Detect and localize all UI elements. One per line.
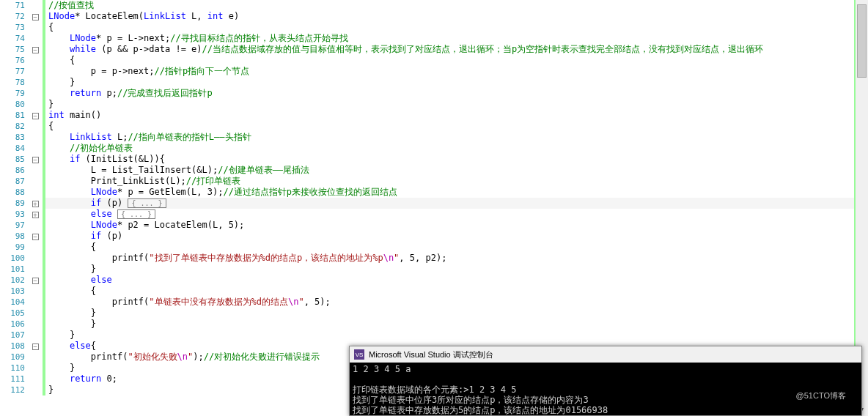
fold-cell xyxy=(28,363,43,374)
line-number: 72 xyxy=(0,11,25,22)
fold-toggle-icon[interactable]: − xyxy=(32,343,39,350)
fold-cell xyxy=(28,385,43,395)
line-number: 99 xyxy=(0,242,25,253)
fold-cell: − xyxy=(28,275,43,286)
code-line[interactable]: { xyxy=(45,22,868,33)
fold-cell xyxy=(28,132,43,143)
scrollbar-thumb[interactable] xyxy=(857,4,867,78)
fold-cell xyxy=(28,143,43,154)
line-number: 88 xyxy=(0,187,25,198)
code-line[interactable]: } xyxy=(45,330,868,341)
code-line[interactable]: if (p) xyxy=(45,231,868,242)
line-number: 108 xyxy=(0,341,25,352)
fold-cell xyxy=(28,264,43,275)
fold-cell xyxy=(28,66,43,77)
fold-cell: + xyxy=(28,198,43,209)
code-line[interactable]: { xyxy=(45,242,868,253)
fold-toggle-icon[interactable]: + xyxy=(32,201,39,207)
line-number: 107 xyxy=(0,330,25,341)
fold-toggle-icon[interactable]: − xyxy=(32,14,39,21)
code-line[interactable]: if (p) { ... } xyxy=(45,198,868,209)
fold-cell xyxy=(28,99,43,110)
line-number: 73 xyxy=(0,22,25,33)
fold-cell xyxy=(28,319,43,330)
code-line[interactable]: else { ... } xyxy=(45,209,868,220)
fold-cell xyxy=(28,165,43,176)
console-output: 1 2 3 4 5 a 打印链表数据域的各个元素:>1 2 3 4 5 找到了单… xyxy=(350,363,861,416)
line-number: 109 xyxy=(0,352,25,363)
code-line[interactable]: printf("单链表中没有存放数据为%d的结点\n", 5); xyxy=(45,297,868,308)
line-number: 74 xyxy=(0,33,25,44)
line-number: 102 xyxy=(0,275,25,286)
fold-cell xyxy=(28,77,43,88)
code-line[interactable]: LinkList L;//指向单链表的指针L——头指针 xyxy=(45,132,868,143)
fold-cell: − xyxy=(28,110,43,121)
line-number: 71 xyxy=(0,0,25,11)
fold-cell: − xyxy=(28,11,43,22)
fold-cell: − xyxy=(28,44,43,55)
line-number: 112 xyxy=(0,385,25,395)
line-number: 85 xyxy=(0,154,25,165)
fold-cell xyxy=(28,352,43,363)
fold-cell xyxy=(28,121,43,132)
line-number: 89 xyxy=(0,198,25,209)
fold-toggle-icon[interactable]: − xyxy=(32,234,39,240)
fold-toggle-icon[interactable]: − xyxy=(32,157,39,163)
code-line[interactable]: } xyxy=(45,264,868,275)
line-number: 93 xyxy=(0,209,25,220)
code-line[interactable]: LNode* LocateElem(LinkList L, int e) xyxy=(45,11,868,22)
fold-toggle-icon[interactable]: − xyxy=(32,278,39,284)
line-number: 78 xyxy=(0,77,25,88)
fold-toggle-icon[interactable]: − xyxy=(32,113,39,119)
code-line[interactable]: } xyxy=(45,77,868,88)
line-number: 104 xyxy=(0,297,25,308)
code-line[interactable]: LNode* p2 = LocateElem(L, 5); xyxy=(45,220,868,231)
line-number: 110 xyxy=(0,363,25,374)
code-line[interactable]: while (p && p->data != e)//当结点数据域存放的值与目标… xyxy=(45,44,868,55)
code-line[interactable]: //按值查找 xyxy=(45,0,868,11)
fold-toggle-icon[interactable]: − xyxy=(32,47,39,53)
line-number: 106 xyxy=(0,319,25,330)
fold-cell xyxy=(28,187,43,198)
code-line[interactable]: else xyxy=(45,275,868,286)
fold-cell xyxy=(28,286,43,297)
line-number: 80 xyxy=(0,99,25,110)
collapsed-region[interactable]: { ... } xyxy=(117,209,155,219)
code-line[interactable]: { xyxy=(45,55,868,66)
fold-cell xyxy=(28,374,43,385)
fold-cell xyxy=(28,253,43,264)
fold-cell xyxy=(28,242,43,253)
code-line[interactable]: } xyxy=(45,308,868,319)
debug-console-window[interactable]: VS Microsoft Visual Studio 调试控制台 1 2 3 4… xyxy=(349,346,862,416)
line-number: 82 xyxy=(0,121,25,132)
fold-toggle-icon[interactable]: + xyxy=(32,212,39,218)
line-number: 87 xyxy=(0,176,25,187)
code-line[interactable]: return p;//完成查找后返回指针p xyxy=(45,88,868,99)
line-number: 97 xyxy=(0,220,25,231)
code-line[interactable]: } xyxy=(45,319,868,330)
fold-gutter: −−−−++−−− xyxy=(28,0,43,416)
code-line[interactable]: p = p->next;//指针p指向下一个节点 xyxy=(45,66,868,77)
line-number: 77 xyxy=(0,66,25,77)
code-line[interactable]: printf("找到了单链表中存放数据为%d的结点p，该结点的地址为%p\n",… xyxy=(45,253,868,264)
code-line[interactable]: LNode* p = GetElem(L, 3);//通过结点指针p来接收按位查… xyxy=(45,187,868,198)
fold-cell xyxy=(28,0,43,11)
code-line[interactable]: } xyxy=(45,99,868,110)
collapsed-region[interactable]: { ... } xyxy=(128,198,166,208)
code-line[interactable]: if (InitList(&L)){ xyxy=(45,154,868,165)
code-line[interactable]: //初始化单链表 xyxy=(45,143,868,154)
fold-cell: + xyxy=(28,209,43,220)
fold-cell: − xyxy=(28,341,43,352)
line-number-gutter: 7172737475767778798081828384858687888993… xyxy=(0,0,28,416)
vs-icon: VS xyxy=(354,349,364,360)
code-line[interactable]: { xyxy=(45,121,868,132)
console-titlebar[interactable]: VS Microsoft Visual Studio 调试控制台 xyxy=(350,346,861,363)
code-line[interactable]: Print_LinkList(L);//打印单链表 xyxy=(45,176,868,187)
code-line[interactable]: { xyxy=(45,286,868,297)
fold-cell xyxy=(28,55,43,66)
fold-cell: − xyxy=(28,154,43,165)
code-line[interactable]: L = List_TailInsert(&L);//创建单链表——尾插法 xyxy=(45,165,868,176)
code-line[interactable]: int main() xyxy=(45,110,868,121)
code-line[interactable]: LNode* p = L->next;//寻找目标结点的指针，从表头结点开始寻找 xyxy=(45,33,868,44)
fold-cell xyxy=(28,297,43,308)
